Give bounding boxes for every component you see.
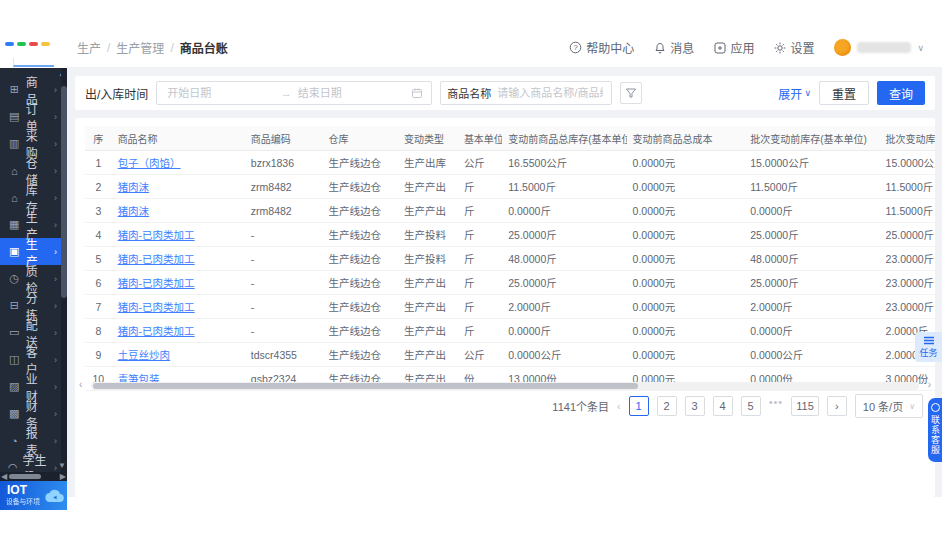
table-cell: 猪肉沫 [112,199,245,223]
product-link[interactable]: 猪肉沫 [118,205,150,217]
page-size-select[interactable]: 10 条/页 ∨ [855,394,923,418]
chevron-right-icon: › [54,436,57,446]
breadcrumb-item[interactable]: 生产 [77,39,101,56]
table-horizontal-scroll-thumb[interactable] [93,383,638,389]
product-link[interactable]: 猪肉沫 [118,181,150,193]
breadcrumb-separator: / [170,41,173,55]
product-name-input[interactable] [495,86,605,100]
product-link[interactable]: 猪肉-已肉类加工 [118,301,195,313]
table-cell: 生产线边仓 [322,175,397,199]
column-header-6: 基本单位 [458,126,502,151]
page-button-4[interactable]: 4 [713,396,733,416]
column-header-2: 商品名称 [112,126,245,151]
sidebar-scroll-left-icon[interactable]: ◀ [1,473,7,481]
sidebar-horizontal-scroll-thumb[interactable] [9,474,41,479]
table-cell: 0.0000元 [627,247,745,271]
product-link[interactable]: 猪肉-已肉类加工 [118,253,195,265]
chevron-down-icon: ∨ [804,88,811,98]
product-name-filter[interactable]: 商品名称 [440,81,612,105]
date-end-input[interactable] [296,86,408,100]
table-cell: 0.0000斤 [502,319,626,343]
product-link[interactable]: 包子（肉馅） [118,157,181,169]
pagination-prev-icon[interactable]: ‹ [617,400,621,412]
page-button-115[interactable]: 115 [791,396,819,416]
table-cell: 生产产出 [398,295,458,319]
page-button-5[interactable]: 5 [741,396,761,416]
sidebar-horizontal-scrollbar[interactable]: ◀ ▶ [0,472,67,481]
table-cell: 斤 [458,175,502,199]
table-cell: 0.0000元 [627,271,745,295]
topbar-item-消息[interactable]: 消息 [654,39,694,56]
table-cell: 9 [85,343,112,367]
product-link[interactable]: 土豆丝炒肉 [118,349,171,361]
table-cell: 斤 [458,199,502,223]
table-scroll-container: 序商品名称商品编码仓库变动类型基本单位变动前商品总库存(基本单位)变动前商品总成… [85,126,935,391]
date-start-input[interactable] [165,86,277,100]
filter-funnel-button[interactable] [620,82,642,104]
breadcrumb-item: 商品台账 [180,39,228,56]
pagination: 1141个条目 ‹ 12345•••115› 10 条/页 ∨ [552,394,923,418]
date-range-picker[interactable]: → [156,81,432,105]
table-row: 1包子（肉馅）bzrx1836生产线边仓生产出库公斤16.5500公斤0.000… [85,151,935,175]
table-cell: - [245,223,323,247]
pagination-next-icon[interactable]: › [827,396,847,416]
page-button-3[interactable]: 3 [685,396,705,416]
table-cell: 生产线边仓 [322,247,397,271]
tasks-float-button[interactable]: 任务 [915,332,942,362]
product-link[interactable]: 猪肉-已肉类加工 [118,229,195,241]
topbar-item-label: 帮助中心 [586,39,634,56]
topbar-item-应用[interactable]: 应用 [714,39,754,56]
table-cell: 0.0000元 [627,343,745,367]
table-cell: 11.5000斤 [880,175,935,199]
table-cell: 15.0000公斤 [880,151,935,175]
chevron-right-icon: › [54,85,57,95]
topbar-item-设置[interactable]: 设置 [774,39,814,56]
table-cell: 23.0000斤 [880,295,935,319]
table-horizontal-scrollbar[interactable] [91,382,919,390]
breadcrumb-item[interactable]: 生产管理 [116,39,164,56]
table-row: 3猪肉沫zrm8482生产线边仓生产产出斤0.0000斤0.0000元0.000… [85,199,935,223]
column-header-4: 仓库 [322,126,397,151]
calendar-icon [411,87,423,99]
table-cell: 斤 [458,223,502,247]
contact-support-tab[interactable]: 联系客服 [928,398,942,462]
table-cell: 11.5000斤 [744,175,879,199]
reset-button[interactable]: 重置 [819,81,869,105]
chevron-down-icon: ∨ [909,402,915,411]
table-cell: 15.0000公斤 [744,151,879,175]
logo-chart-line [13,58,54,67]
chevron-right-icon: › [54,139,57,149]
table-scroll-right-icon[interactable]: › [928,380,931,390]
top-header-bar: 生产/生产管理/商品台账 ?帮助中心消息应用设置 ∨ [67,28,942,68]
iot-footer[interactable]: IOT 设备与环境 [0,481,67,510]
orders-icon: ▤ [8,110,21,123]
topbar-item-帮助中心[interactable]: ?帮助中心 [569,39,634,56]
column-header-3: 商品编码 [245,126,323,151]
table-cell: 23.0000斤 [880,271,935,295]
column-header-8: 变动前商品总成本 [627,126,745,151]
column-header-10: 批次变动库存(基本单位) [880,126,935,151]
product-link[interactable]: 猪肉-已肉类加工 [118,277,195,289]
page-button-2[interactable]: 2 [657,396,677,416]
user-menu[interactable]: ∨ [834,39,924,56]
table-cell: 生产线边仓 [322,295,397,319]
sidebar: ⊞商品›▤订单›▥采购›⌂仓储›⌂库存›▦生产›▣生产›◷质检›⊟分拣›▭配送›… [0,68,67,481]
table-cell: 猪肉-已肉类加工 [112,247,245,271]
pagination-ellipsis: ••• [769,396,784,416]
table-cell: 0.0000斤 [744,199,879,223]
sidebar-scroll-right-icon[interactable]: ▶ [60,473,66,481]
search-button[interactable]: 查询 [877,81,925,105]
expand-filters-link[interactable]: 展开 ∨ [778,85,811,102]
table-scroll-left-icon[interactable]: ‹ [79,380,82,390]
sidebar-scroll-down-icon[interactable]: ▼ [58,462,66,470]
chevron-right-icon: › [54,247,57,257]
table-row: 2猪肉沫zrm8482生产线边仓生产产出斤11.5000斤0.0000元11.5… [85,175,935,199]
table-cell: 0.0000元 [627,151,745,175]
page-button-1[interactable]: 1 [629,396,649,416]
product-link[interactable]: 猪肉-已肉类加工 [118,325,195,337]
funnel-icon [625,87,637,99]
table-cell: 土豆丝炒肉 [112,343,245,367]
quality-icon: ◷ [8,272,21,285]
user-name-redacted [857,42,911,53]
avatar[interactable] [834,39,851,56]
